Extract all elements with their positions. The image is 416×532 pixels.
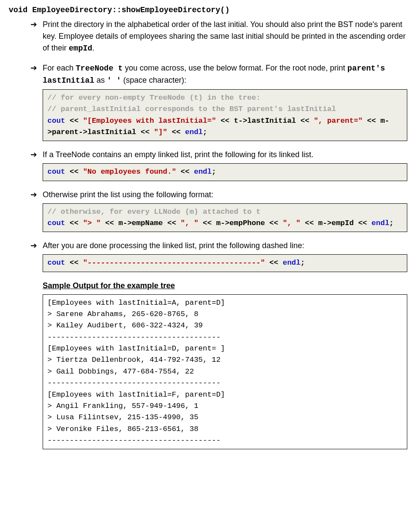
code4-str1: "---------------------------------------…: [83, 259, 265, 267]
bullet-2-text-d: (space character):: [121, 76, 186, 84]
bullet-1-end: .: [92, 44, 94, 52]
bullet-2-code-a: TreeNode t: [76, 64, 123, 73]
bullet-4: Otherwise print the list using the follo…: [30, 189, 407, 232]
code3-str2: ", ": [181, 219, 198, 227]
code1-str2: ", parent=": [314, 117, 362, 125]
code-block-2: cout << "No employees found." << endl;: [43, 163, 407, 181]
function-signature: void EmployeeDirectory::showEmployeeDire…: [9, 4, 407, 16]
code-block-3: // otherwise, for every LLNode (m) attac…: [43, 203, 407, 232]
code3-kw1: cout: [47, 219, 65, 227]
instruction-list: Print the directory in the alphabetical …: [30, 19, 407, 272]
bullet-1: Print the directory in the alphabetical …: [30, 19, 407, 54]
code2-semi: ;: [212, 168, 216, 176]
code1-op1: <<: [65, 117, 83, 125]
code4-kw1: cout: [47, 259, 65, 267]
code4-kw2: endl: [283, 259, 301, 267]
code1-comment2: // parent_lastInitial corresponds to the…: [47, 105, 336, 113]
code3-semi: ;: [389, 219, 394, 227]
code-block-1: // for every non-empty TreeNode (t) in t…: [43, 89, 407, 141]
code1-kw2: endl: [185, 128, 203, 136]
bullet-5: After you are done processing the linked…: [30, 240, 407, 272]
bullet-1-text: Print the directory in the alphabetical …: [43, 20, 406, 52]
code3-op1: <<: [65, 219, 83, 227]
code1-op2: << t->lastInitial <<: [216, 117, 314, 125]
code2-str1: "No employees found.": [83, 168, 176, 176]
code2-kw2: endl: [194, 168, 212, 176]
code3-str1: "> ": [83, 219, 101, 227]
code2-op1: <<: [65, 168, 83, 176]
bullet-2-code-c: ' ': [107, 76, 121, 85]
bullet-2-text-a: For each: [43, 64, 76, 72]
bullet-5-text: After you are done processing the linked…: [43, 241, 304, 250]
code3-op4: << m->empId <<: [301, 219, 372, 227]
code1-op4: <<: [167, 128, 185, 136]
code3-comment1: // otherwise, for every LLNode (m) attac…: [47, 208, 261, 216]
bullet-2: For each TreeNode t you come across, use…: [30, 62, 407, 141]
code2-op2: <<: [176, 168, 194, 176]
bullet-4-text: Otherwise print the list using the follo…: [43, 190, 213, 199]
code4-op1: <<: [65, 259, 83, 267]
code4-op2: <<: [265, 259, 283, 267]
code3-str3: ", ": [283, 219, 301, 227]
bullet-1-code: empId: [69, 44, 92, 53]
code1-kw1: cout: [47, 117, 65, 125]
bullet-3: If a TreeNode contains an empty linked l…: [30, 149, 407, 181]
code3-kw2: endl: [372, 219, 389, 227]
code3-op3: << m->empPhone <<: [198, 219, 283, 227]
code1-comment1: // for every non-empty TreeNode (t) in t…: [47, 94, 261, 102]
code2-kw1: cout: [47, 168, 65, 176]
code1-semi: ;: [203, 128, 207, 136]
code3-op2: << m->empName <<: [101, 219, 181, 227]
bullet-3-text: If a TreeNode contains an empty linked l…: [43, 150, 313, 159]
sample-output-heading: Sample Output for the example tree: [43, 280, 407, 292]
sample-output-box: [Employees with lastInitial=A, parent=D]…: [43, 294, 407, 449]
bullet-2-text-b: you come across, use the below format. F…: [123, 64, 347, 72]
code4-semi: ;: [301, 259, 305, 267]
code-block-4: cout << "-------------------------------…: [43, 254, 407, 272]
code1-str3: "]": [154, 128, 168, 136]
code1-str1: "[Employees with lastInitial=": [83, 117, 216, 125]
bullet-2-text-c: as: [94, 76, 107, 84]
